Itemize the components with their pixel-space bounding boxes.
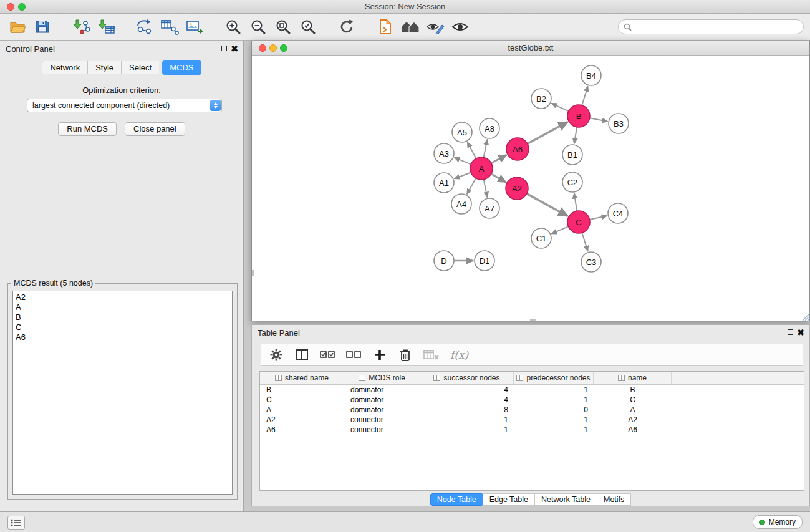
- graph-edge-A-A7[interactable]: [484, 180, 488, 198]
- mcds-result-item[interactable]: A2: [13, 293, 232, 302]
- table-cell[interactable]: connector: [344, 425, 420, 435]
- tab-node-table[interactable]: Node Table: [430, 493, 483, 506]
- open-session-button[interactable]: [5, 16, 30, 37]
- refresh-layout-button[interactable]: [334, 16, 359, 37]
- float-panel-icon[interactable]: [221, 46, 227, 51]
- memory-button[interactable]: Memory: [753, 515, 803, 529]
- table-settings-button[interactable]: [269, 346, 284, 364]
- mcds-result-item[interactable]: A: [13, 302, 232, 312]
- table-cell[interactable]: A6: [260, 425, 344, 435]
- table-close-panel-icon[interactable]: ✖: [797, 327, 804, 338]
- graph-node-B4[interactable]: B4: [581, 65, 601, 85]
- zoom-fit-button[interactable]: [271, 16, 296, 37]
- graph-edge-A-A2[interactable]: [491, 174, 506, 182]
- network-canvas[interactable]: B4B2BB3A5A8A6A3B1AA1C2A2A4A7C4CC1C3DD1: [252, 56, 809, 321]
- table-float-panel-icon[interactable]: [788, 329, 793, 335]
- show-columns-button[interactable]: [294, 346, 309, 364]
- column-header-shared-name[interactable]: shared name: [260, 372, 344, 384]
- search-input[interactable]: [635, 22, 798, 32]
- graph-edge-A-A3[interactable]: [455, 158, 471, 165]
- graph-node-A6[interactable]: A6: [506, 138, 529, 160]
- table-cell[interactable]: A: [260, 405, 344, 415]
- hide-details-button[interactable]: [448, 16, 473, 37]
- table-cell[interactable]: dominator: [344, 395, 420, 405]
- graph-edge-B-B2[interactable]: [551, 104, 568, 112]
- table-cell[interactable]: C: [260, 395, 344, 405]
- table-cell[interactable]: 4: [420, 395, 514, 405]
- graph-node-A5[interactable]: A5: [452, 122, 472, 142]
- table-cell[interactable]: 1: [514, 415, 594, 425]
- table-cell[interactable]: 1: [514, 385, 594, 395]
- graph-edge-A-A1[interactable]: [455, 172, 471, 178]
- table-cell[interactable]: connector: [344, 415, 420, 425]
- table-cell[interactable]: 1: [514, 425, 594, 435]
- close-panel-icon[interactable]: ✖: [231, 43, 238, 54]
- home-button[interactable]: [398, 16, 423, 37]
- graph-edge-B-B4[interactable]: [582, 86, 587, 105]
- annotations-button[interactable]: [423, 16, 448, 37]
- graph-edge-C-C3[interactable]: [582, 233, 587, 251]
- graph-edge-A-A5[interactable]: [467, 142, 476, 158]
- deselect-all-rows-button[interactable]: [346, 346, 362, 364]
- clone-network-button[interactable]: [157, 16, 182, 37]
- graph-node-D1[interactable]: D1: [475, 251, 494, 271]
- graph-edge-B-B1[interactable]: [574, 127, 577, 143]
- table-row[interactable]: A6connector11A6: [260, 425, 804, 435]
- graph-node-A7[interactable]: A7: [480, 198, 499, 218]
- table-cell[interactable]: 0: [514, 405, 594, 415]
- network-graph[interactable]: B4B2BB3A5A8A6A3B1AA1C2A2A4A7C4CC1C3DD1: [252, 56, 809, 321]
- graph-node-C1[interactable]: C1: [531, 228, 551, 248]
- tab-select[interactable]: Select: [121, 61, 159, 74]
- graph-node-A4[interactable]: A4: [451, 194, 471, 214]
- graph-node-A[interactable]: A: [470, 157, 493, 180]
- function-builder-button[interactable]: f(x): [450, 346, 468, 364]
- task-history-button[interactable]: [7, 516, 25, 530]
- tab-edge-table[interactable]: Edge Table: [483, 493, 535, 506]
- close-panel-button[interactable]: Close panel: [125, 122, 185, 136]
- graph-node-A8[interactable]: A8: [480, 118, 499, 138]
- graph-node-C3[interactable]: C3: [581, 252, 601, 272]
- export-image-button[interactable]: [182, 16, 207, 37]
- table-cell[interactable]: 1: [514, 395, 594, 405]
- column-header-name[interactable]: name: [594, 372, 672, 384]
- new-network-button[interactable]: [132, 16, 157, 37]
- graph-edge-C-C4[interactable]: [590, 216, 607, 220]
- network-window-titlebar[interactable]: testGlobe.txt: [252, 41, 809, 56]
- delete-table-button[interactable]: [423, 346, 440, 364]
- graph-edge-A6-B[interactable]: [528, 122, 568, 144]
- column-header-predecessor-nodes[interactable]: predecessor nodes: [514, 372, 594, 384]
- add-row-button[interactable]: [372, 346, 387, 364]
- graph-node-D[interactable]: D: [434, 251, 454, 271]
- table-cell[interactable]: 8: [420, 405, 514, 415]
- table-row[interactable]: Adominator80A: [260, 405, 804, 415]
- table-row[interactable]: Cdominator41C: [260, 395, 804, 405]
- resize-grip-icon[interactable]: [800, 312, 809, 321]
- table-cell[interactable]: dominator: [344, 405, 420, 415]
- session-snapshot-button[interactable]: [373, 16, 398, 37]
- table-row[interactable]: A2connector11A2: [260, 415, 804, 425]
- tab-motifs[interactable]: Motifs: [597, 493, 631, 506]
- table-cell[interactable]: A2: [260, 415, 344, 425]
- graph-node-C2[interactable]: C2: [562, 172, 582, 192]
- graph-node-A1[interactable]: A1: [434, 173, 454, 193]
- table-cell[interactable]: B: [260, 385, 344, 395]
- table-cell[interactable]: dominator: [344, 385, 420, 395]
- mcds-result-item[interactable]: C: [13, 322, 232, 332]
- table-cell[interactable]: C: [594, 395, 672, 405]
- save-session-button[interactable]: [30, 16, 55, 37]
- delete-rows-button[interactable]: [398, 346, 413, 364]
- table-row[interactable]: Bdominator41B: [260, 385, 804, 395]
- graph-node-B2[interactable]: B2: [531, 89, 551, 109]
- tab-network-table[interactable]: Network Table: [534, 493, 597, 506]
- optimization-criterion-select[interactable]: largest connected component (directed): [27, 99, 222, 112]
- graph-edge-B-B3[interactable]: [590, 118, 608, 121]
- table-cell[interactable]: 1: [420, 415, 514, 425]
- graph-node-A3[interactable]: A3: [434, 143, 454, 163]
- graph-edge-A-A6[interactable]: [491, 155, 506, 163]
- mcds-result-list[interactable]: A2ABCA6: [12, 291, 233, 495]
- graph-edge-A-A8[interactable]: [484, 140, 488, 158]
- graph-node-C[interactable]: C: [567, 211, 590, 233]
- column-header-mcds-role[interactable]: MCDS role: [344, 372, 420, 384]
- zoom-selected-button[interactable]: [296, 16, 321, 37]
- mcds-result-item[interactable]: B: [13, 312, 232, 322]
